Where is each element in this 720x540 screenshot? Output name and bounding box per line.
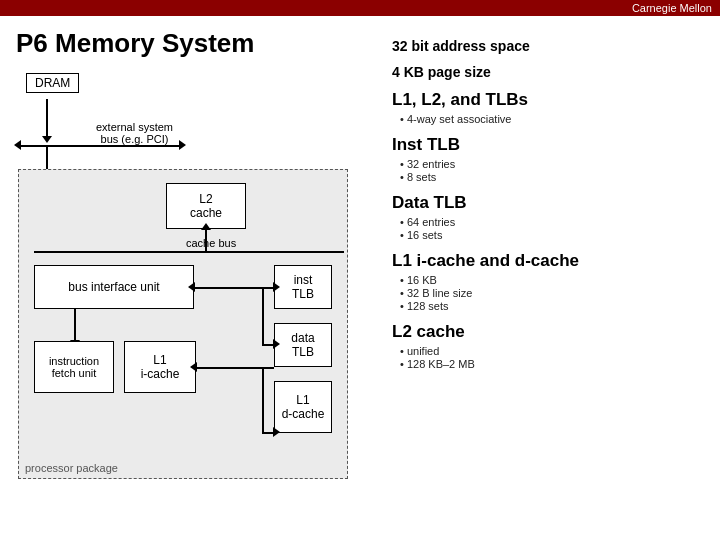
- l2-item-0: unified: [400, 345, 704, 357]
- l1-section: L1 i-cache and d-cache 16 KB 32 B line s…: [392, 251, 704, 312]
- inst-tlb-item-1: 8 sets: [400, 171, 704, 183]
- diagram-container: DRAM external system bus (e.g. PCI) proc…: [16, 73, 356, 503]
- l1l2-tlbs-header: L1, L2, and TLBs: [392, 90, 704, 110]
- l1-item-0: 16 KB: [400, 274, 704, 286]
- l1-icache-label: L1i-cache: [141, 353, 180, 381]
- inst-tlb-label: instTLB: [292, 273, 314, 301]
- ifu-label: instructionfetch unit: [49, 355, 99, 379]
- main-content: P6 Memory System DRAM external system bu…: [0, 16, 720, 515]
- data-tlb-section: Data TLB 64 entries 16 sets: [392, 193, 704, 241]
- page-title: P6 Memory System: [16, 28, 376, 59]
- data-tlb-list: 64 entries 16 sets: [392, 216, 704, 241]
- inst-tlb-header: Inst TLB: [392, 135, 704, 155]
- arrow-dram-down: [46, 99, 48, 137]
- arrow-biu-data-v: [262, 288, 264, 345]
- biu-box: bus interface unit: [34, 265, 194, 309]
- data-tlb-item-0: 64 entries: [400, 216, 704, 228]
- top-bar: Carnegie Mellon: [0, 0, 720, 16]
- data-tlb-header: Data TLB: [392, 193, 704, 213]
- arrow-dtlb-l1d-h: [262, 432, 274, 434]
- l1-dcache-label: L1d-cache: [282, 393, 325, 421]
- biu-label: bus interface unit: [68, 280, 159, 294]
- inst-tlb-box: instTLB: [274, 265, 332, 309]
- bus-label: external system bus (e.g. PCI): [96, 121, 173, 145]
- left-panel: P6 Memory System DRAM external system bu…: [16, 28, 376, 503]
- address-space-section: 32 bit address space: [392, 38, 704, 54]
- data-tlb-label: dataTLB: [291, 331, 314, 359]
- page-size-section: 4 KB page size: [392, 64, 704, 80]
- arrow-biu-to-ifu: [74, 309, 76, 341]
- bus-arrow-line: [20, 145, 180, 147]
- inst-tlb-list: 32 entries 8 sets: [392, 158, 704, 183]
- processor-label: processor package: [25, 462, 118, 474]
- l1-dcache-box: L1d-cache: [274, 381, 332, 433]
- page-size-label: 4 KB page size: [392, 64, 704, 80]
- l2-cache-label: L2cache: [190, 192, 222, 220]
- data-tlb-box: dataTLB: [274, 323, 332, 367]
- l2-item-1: 128 KB–2 MB: [400, 358, 704, 370]
- l1-item-2: 128 sets: [400, 300, 704, 312]
- arrow-biu-data-h: [262, 344, 274, 346]
- l1l2-tlbs-section: L1, L2, and TLBs 4-way set associative: [392, 90, 704, 125]
- right-panel: 32 bit address space 4 KB page size L1, …: [392, 28, 704, 503]
- cache-bus-line: [34, 251, 344, 253]
- dram-box: DRAM: [26, 73, 79, 93]
- arrow-dtlb-l1d-v: [262, 367, 264, 433]
- l2-header: L2 cache: [392, 322, 704, 342]
- l1l2-tlbs-list: 4-way set associative: [392, 113, 704, 125]
- l1-list: 16 KB 32 B line size 128 sets: [392, 274, 704, 312]
- inst-tlb-item-0: 32 entries: [400, 158, 704, 170]
- l2-section: L2 cache unified 128 KB–2 MB: [392, 322, 704, 370]
- address-space-label: 32 bit address space: [392, 38, 704, 54]
- top-bar-label: Carnegie Mellon: [632, 2, 712, 14]
- l2-list: unified 128 KB–2 MB: [392, 345, 704, 370]
- inst-tlb-section: Inst TLB 32 entries 8 sets: [392, 135, 704, 183]
- l1l2-tlbs-item-0: 4-way set associative: [400, 113, 704, 125]
- l1-icache-box: L1i-cache: [124, 341, 196, 393]
- data-tlb-item-1: 16 sets: [400, 229, 704, 241]
- cache-bus-label: cache bus: [186, 237, 236, 249]
- ifu-box: instructionfetch unit: [34, 341, 114, 393]
- l1-header: L1 i-cache and d-cache: [392, 251, 704, 271]
- l1-item-1: 32 B line size: [400, 287, 704, 299]
